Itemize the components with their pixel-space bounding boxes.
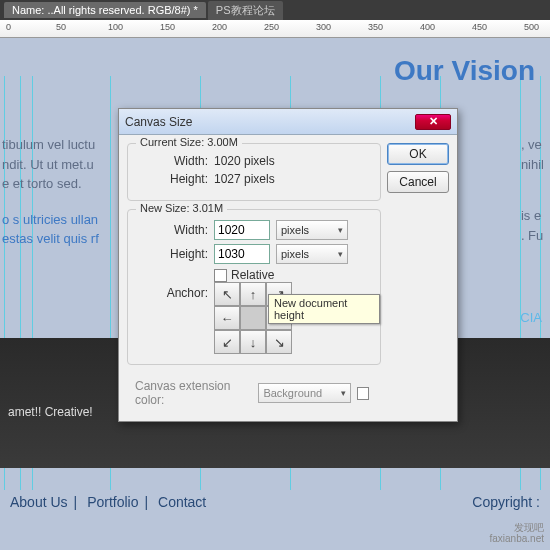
label-new-width: Width: [136,223,208,237]
label-new-height: Height: [136,247,208,261]
anchor-se[interactable]: ↘ [266,330,292,354]
document-tabs: Name: ..All rights reserved. RGB/8#) * P… [0,0,550,20]
tagline: amet!! Creative! [8,405,93,419]
anchor-center[interactable] [240,306,266,330]
watermark: 发现吧faxianba.net [490,522,545,544]
ruler-horizontal: 050100150200250300350400450500 [0,20,550,38]
dialog-titlebar[interactable]: Canvas Size ✕ [119,109,457,135]
tab-active[interactable]: Name: ..All rights reserved. RGB/8#) * [4,2,206,18]
height-input[interactable] [214,244,270,264]
current-size-legend: Current Size: 3.00M [136,136,242,148]
tab-forum[interactable]: PS教程论坛 [208,1,283,20]
canvas-size-dialog: Canvas Size ✕ Current Size: 3.00M Width:… [118,108,458,422]
label-current-width: Width: [136,154,208,168]
tooltip-height: New document height [268,294,380,324]
link-contact[interactable]: Contact [158,494,206,510]
anchor-sw[interactable]: ↙ [214,330,240,354]
social-label: CIA [520,310,542,325]
ext-color-swatch[interactable] [357,387,369,400]
footer-nav: About Us| Portfolio| Contact [10,494,206,510]
body-text: tibulum vel luctundit. Ut ut met.ue et t… [2,135,99,249]
ext-color-select[interactable]: Background [258,383,351,403]
close-icon[interactable]: ✕ [415,114,451,130]
extension-color-row: Canvas extension color: Background [127,373,381,413]
label-anchor: Anchor: [136,286,208,300]
link-portfolio[interactable]: Portfolio [87,494,138,510]
relative-checkbox[interactable] [214,269,227,282]
anchor-n[interactable]: ↑ [240,282,266,306]
current-size-group: Current Size: 3.00M Width:1020 pixels He… [127,143,381,201]
anchor-w[interactable]: ← [214,306,240,330]
new-size-legend: New Size: 3.01M [136,202,227,214]
width-units-select[interactable]: pixels [276,220,348,240]
anchor-s[interactable]: ↓ [240,330,266,354]
label-ext-color: Canvas extension color: [135,379,252,407]
link-about[interactable]: About Us [10,494,68,510]
ok-button[interactable]: OK [387,143,449,165]
label-current-height: Height: [136,172,208,186]
value-current-height: 1027 pixels [214,172,275,186]
height-units-select[interactable]: pixels [276,244,348,264]
heading-vision: Our Vision [394,55,535,87]
width-input[interactable] [214,220,270,240]
cancel-button[interactable]: Cancel [387,171,449,193]
label-relative: Relative [231,268,274,282]
value-current-width: 1020 pixels [214,154,275,168]
dialog-title: Canvas Size [125,115,192,129]
new-size-group: New Size: 3.01M Width: pixels Height: pi… [127,209,381,365]
anchor-nw[interactable]: ↖ [214,282,240,306]
body-text-right: , venihilis e. Fu [521,135,544,245]
copyright: Copyright : [472,494,540,510]
